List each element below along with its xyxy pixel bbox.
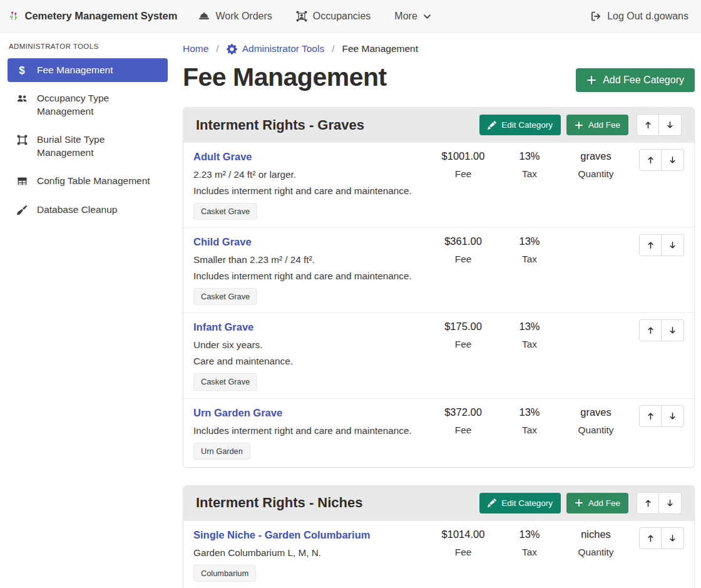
sidebar-item-label: Database Cleanup [37, 204, 117, 216]
fee-name-link[interactable]: Infant Grave [193, 321, 426, 334]
move-fee-up-button[interactable] [639, 527, 662, 549]
move-fee-down-button[interactable] [662, 149, 684, 171]
fee-description: Under six years. [193, 339, 426, 351]
fee-name-link[interactable]: Single Niche - Garden Columbarium [193, 529, 426, 542]
fee-row: Adult Grave2.23 m² / 24 ft² or larger.In… [183, 142, 694, 227]
move-category-down-button[interactable] [659, 492, 682, 514]
arrow-up-icon [646, 326, 655, 335]
fee-quantity-column [563, 234, 629, 235]
move-category-up-button[interactable] [637, 492, 659, 514]
move-fee-up-button[interactable] [639, 234, 662, 256]
sidebar-item-label: Config Table Management [37, 175, 150, 187]
fee-row: Child GraveSmaller than 2.23 m² / 24 ft²… [183, 227, 694, 312]
arrow-down-icon [668, 534, 677, 543]
fee-reorder-group [639, 405, 684, 427]
fee-name-link[interactable]: Adult Grave [193, 151, 426, 163]
breadcrumb-separator: / [216, 43, 218, 54]
fee-description: Smaller than 2.23 m² / 24 ft². [193, 254, 426, 266]
fee-details: Child GraveSmaller than 2.23 m² / 24 ft²… [193, 234, 430, 305]
broom-icon [15, 204, 29, 215]
move-fee-up-button[interactable] [639, 149, 662, 171]
sidebar-item-fee-management[interactable]: $Fee Management [8, 58, 168, 82]
add-fee-category-button[interactable]: Add Fee Category [576, 68, 695, 92]
arrow-up-icon [643, 120, 653, 130]
site-frame-icon [15, 133, 29, 145]
nav-more-dropdown[interactable]: More [394, 11, 431, 22]
fee-tax-column: 13%Tax [496, 319, 563, 350]
chevron-down-icon [423, 13, 431, 21]
main-nav: Work Orders Occupancies More [198, 11, 431, 22]
move-fee-down-button[interactable] [662, 319, 684, 341]
logout-icon [590, 11, 601, 22]
arrow-up-icon [646, 411, 655, 421]
fee-amount-value: $1001.00 [430, 150, 496, 163]
top-navbar: Cemetery Management System Work Orders O… [0, 0, 701, 33]
plus-icon [575, 498, 583, 507]
move-fee-up-button[interactable] [639, 319, 662, 341]
fee-row: Infant GraveUnder six years.Care and mai… [183, 312, 694, 398]
arrow-down-icon [668, 411, 677, 421]
fee-type-badge: Casket Grave [193, 288, 257, 305]
fee-name-link[interactable]: Child Grave [193, 236, 426, 249]
sidebar-item-burial-site-type-management[interactable]: Burial Site Type Management [8, 128, 168, 165]
arrow-down-icon [665, 498, 675, 508]
fee-tax-label: Tax [496, 425, 563, 436]
nav-work-orders[interactable]: Work Orders [198, 11, 272, 22]
category-reorder-group [637, 492, 682, 514]
breadcrumb-home-link[interactable]: Home [183, 43, 208, 54]
add-fee-button[interactable]: Add Fee [566, 115, 628, 135]
sidebar-item-config-table-management[interactable]: Config Table Management [8, 169, 168, 193]
nav-occupancies[interactable]: Occupancies [296, 11, 371, 22]
edit-category-button[interactable]: Edit Category [479, 493, 561, 513]
people-icon [15, 92, 29, 104]
fee-tax-value: 13% [496, 321, 563, 333]
fee-quantity-label: Quantity [563, 168, 629, 180]
hard-hat-icon [198, 11, 210, 22]
sidebar-item-database-cleanup[interactable]: Database Cleanup [8, 198, 168, 222]
fee-quantity-column [563, 319, 629, 321]
sidebar-item-occupancy-type-management[interactable]: Occupancy Type Management [8, 86, 168, 123]
category-header: Interment Rights - GravesEdit CategoryAd… [183, 108, 694, 142]
fee-tax-column: 13%Tax [496, 405, 563, 436]
fee-amount-label: Fee [430, 254, 496, 265]
fee-type-badge: Columbarium [193, 565, 256, 582]
sidebar-item-label: Burial Site Type Management [37, 133, 160, 159]
fee-name-link[interactable]: Urn Garden Grave [193, 407, 426, 420]
sidebar-item-label: Occupancy Type Management [37, 92, 160, 118]
dollar-icon: $ [15, 64, 29, 76]
move-fee-down-button[interactable] [662, 234, 684, 256]
move-fee-down-button[interactable] [662, 405, 684, 427]
fee-amount-value: $372.00 [430, 406, 496, 419]
edit-category-button[interactable]: Edit Category [479, 115, 561, 135]
logout-button[interactable]: Log Out d.gowans [590, 11, 688, 22]
tulip-logo-icon [9, 11, 19, 21]
add-fee-label: Add Fee [588, 120, 620, 130]
move-category-up-button[interactable] [637, 114, 659, 136]
breadcrumb-separator: / [332, 43, 334, 54]
move-fee-up-button[interactable] [639, 405, 662, 427]
nav-more-label: More [394, 11, 417, 22]
breadcrumb-admin-tools-link[interactable]: Administrator Tools [227, 43, 325, 54]
fee-amount-column: $1001.00Fee [430, 149, 496, 180]
fee-details: Infant GraveUnder six years.Care and mai… [193, 319, 430, 390]
fee-tax-column: 13%Tax [496, 149, 563, 180]
move-category-down-button[interactable] [659, 114, 682, 136]
fee-amount-label: Fee [430, 168, 496, 180]
move-fee-down-button[interactable] [662, 527, 684, 549]
fee-description: Includes interment right and care and ma… [193, 425, 426, 436]
nav-work-orders-label: Work Orders [215, 11, 272, 22]
fee-amount-value: $361.00 [430, 235, 496, 248]
arrow-down-icon [665, 120, 675, 130]
fee-tax-value: 13% [496, 150, 563, 163]
fee-tax-label: Tax [496, 254, 563, 265]
breadcrumb-home-label: Home [183, 43, 208, 54]
add-fee-button[interactable]: Add Fee [566, 493, 628, 513]
category-title: Interment Rights - Graves [196, 117, 479, 133]
app-brand[interactable]: Cemetery Management System [9, 10, 177, 22]
fee-description: Includes interment right and care and ma… [193, 185, 426, 197]
fee-amount-label: Fee [430, 547, 496, 558]
fee-amount-column: $372.00Fee [430, 405, 496, 436]
category-actions: Edit CategoryAdd Fee [479, 492, 682, 514]
edit-category-label: Edit Category [501, 120, 553, 130]
add-fee-label: Add Fee [588, 498, 620, 508]
